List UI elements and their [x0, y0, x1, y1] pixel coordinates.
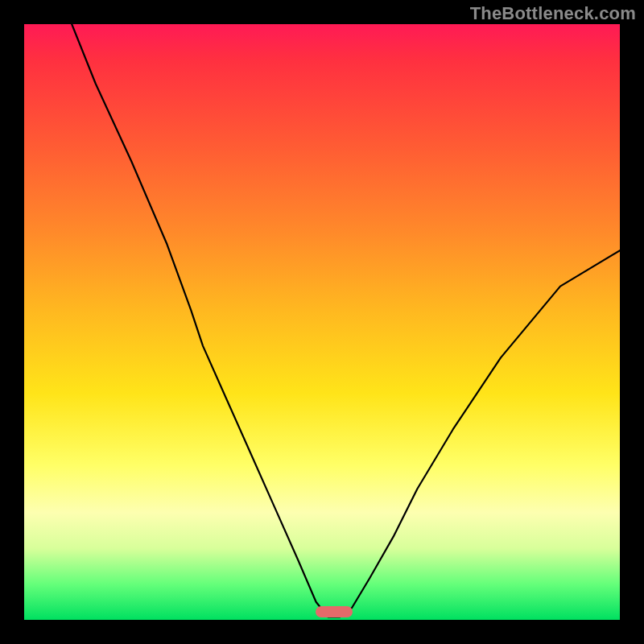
plot-area	[24, 24, 620, 620]
chart-frame: TheBottleneck.com	[0, 0, 644, 644]
optimum-marker	[316, 606, 353, 617]
watermark-text: TheBottleneck.com	[470, 3, 636, 24]
curve-path	[72, 24, 620, 617]
bottleneck-curve	[24, 24, 620, 620]
